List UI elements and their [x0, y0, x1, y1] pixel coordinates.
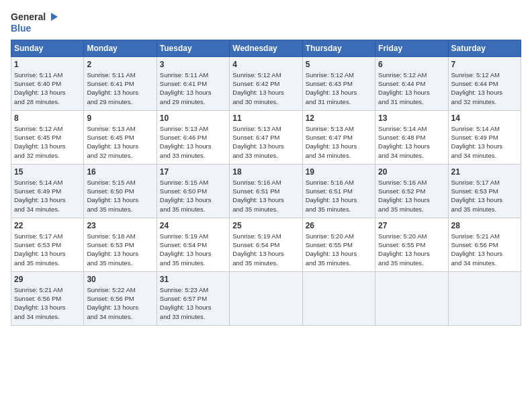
day-info: Sunrise: 5:15 AM Sunset: 6:50 PM Dayligh…	[160, 178, 226, 214]
calendar-week-row: 1Sunrise: 5:11 AM Sunset: 6:40 PM Daylig…	[11, 56, 521, 110]
logo-general: General	[11, 11, 46, 23]
day-number: 23	[87, 221, 153, 230]
calendar-cell: 22Sunrise: 5:17 AM Sunset: 6:53 PM Dayli…	[11, 218, 84, 271]
calendar-cell: 1Sunrise: 5:11 AM Sunset: 6:40 PM Daylig…	[11, 56, 84, 110]
day-number: 7	[451, 60, 518, 69]
calendar-cell: 13Sunrise: 5:14 AM Sunset: 6:48 PM Dayli…	[375, 110, 448, 164]
day-number: 27	[378, 221, 445, 230]
calendar-week-row: 15Sunrise: 5:14 AM Sunset: 6:49 PM Dayli…	[11, 164, 521, 218]
calendar-cell: 6Sunrise: 5:12 AM Sunset: 6:44 PM Daylig…	[375, 56, 448, 110]
day-info: Sunrise: 5:19 AM Sunset: 6:54 PM Dayligh…	[160, 232, 226, 267]
calendar-cell	[302, 271, 375, 325]
calendar-cell: 18Sunrise: 5:16 AM Sunset: 6:51 PM Dayli…	[230, 164, 302, 218]
day-info: Sunrise: 5:12 AM Sunset: 6:44 PM Dayligh…	[378, 71, 445, 106]
calendar-cell	[230, 271, 302, 325]
logo-container: General Blue	[11, 11, 59, 34]
day-info: Sunrise: 5:15 AM Sunset: 6:50 PM Dayligh…	[87, 178, 153, 214]
day-info: Sunrise: 5:21 AM Sunset: 6:56 PM Dayligh…	[451, 232, 518, 267]
day-number: 14	[451, 113, 518, 123]
day-number: 31	[160, 275, 226, 284]
day-info: Sunrise: 5:17 AM Sunset: 6:53 PM Dayligh…	[451, 178, 518, 214]
calendar-cell: 23Sunrise: 5:18 AM Sunset: 6:53 PM Dayli…	[84, 218, 157, 271]
day-info: Sunrise: 5:12 AM Sunset: 6:43 PM Dayligh…	[306, 71, 372, 106]
svg-marker-0	[51, 13, 58, 21]
day-info: Sunrise: 5:16 AM Sunset: 6:52 PM Dayligh…	[378, 178, 445, 214]
day-info: Sunrise: 5:14 AM Sunset: 6:48 PM Dayligh…	[378, 124, 445, 160]
calendar-cell: 4Sunrise: 5:12 AM Sunset: 6:42 PM Daylig…	[230, 56, 302, 110]
day-number: 24	[160, 221, 226, 230]
day-number: 3	[160, 60, 226, 69]
header-cell: Tuesday	[157, 40, 229, 56]
day-number: 16	[87, 167, 153, 177]
day-info: Sunrise: 5:18 AM Sunset: 6:53 PM Dayligh…	[87, 232, 153, 267]
calendar-week-row: 29Sunrise: 5:21 AM Sunset: 6:56 PM Dayli…	[11, 271, 521, 325]
calendar-cell: 19Sunrise: 5:16 AM Sunset: 6:51 PM Dayli…	[302, 164, 375, 218]
day-number: 29	[14, 275, 81, 284]
logo-blue: Blue	[11, 23, 31, 34]
day-number: 5	[306, 60, 372, 69]
day-number: 11	[232, 113, 299, 123]
logo: General Blue	[11, 11, 59, 34]
day-number: 8	[14, 113, 81, 123]
day-number: 19	[306, 167, 372, 177]
calendar-cell: 2Sunrise: 5:11 AM Sunset: 6:41 PM Daylig…	[84, 56, 157, 110]
day-info: Sunrise: 5:13 AM Sunset: 6:47 PM Dayligh…	[306, 124, 372, 160]
day-number: 2	[87, 60, 153, 69]
calendar-cell: 12Sunrise: 5:13 AM Sunset: 6:47 PM Dayli…	[302, 110, 375, 164]
day-number: 28	[451, 221, 518, 230]
day-info: Sunrise: 5:23 AM Sunset: 6:57 PM Dayligh…	[160, 285, 226, 321]
calendar-cell: 3Sunrise: 5:11 AM Sunset: 6:41 PM Daylig…	[157, 56, 229, 110]
day-number: 13	[378, 113, 445, 123]
calendar-cell: 10Sunrise: 5:13 AM Sunset: 6:46 PM Dayli…	[157, 110, 229, 164]
day-info: Sunrise: 5:12 AM Sunset: 6:42 PM Dayligh…	[232, 71, 299, 106]
day-info: Sunrise: 5:11 AM Sunset: 6:41 PM Dayligh…	[87, 71, 153, 106]
calendar-cell: 27Sunrise: 5:20 AM Sunset: 6:55 PM Dayli…	[375, 218, 448, 271]
day-number: 10	[160, 113, 226, 123]
calendar-cell: 24Sunrise: 5:19 AM Sunset: 6:54 PM Dayli…	[157, 218, 229, 271]
calendar-cell: 5Sunrise: 5:12 AM Sunset: 6:43 PM Daylig…	[302, 56, 375, 110]
day-info: Sunrise: 5:14 AM Sunset: 6:49 PM Dayligh…	[451, 124, 518, 160]
day-number: 26	[306, 221, 372, 230]
day-info: Sunrise: 5:13 AM Sunset: 6:45 PM Dayligh…	[87, 124, 153, 160]
calendar-cell: 26Sunrise: 5:20 AM Sunset: 6:55 PM Dayli…	[302, 218, 375, 271]
calendar-cell: 17Sunrise: 5:15 AM Sunset: 6:50 PM Dayli…	[157, 164, 229, 218]
day-info: Sunrise: 5:11 AM Sunset: 6:40 PM Dayligh…	[14, 71, 81, 106]
calendar-cell: 14Sunrise: 5:14 AM Sunset: 6:49 PM Dayli…	[448, 110, 521, 164]
day-info: Sunrise: 5:16 AM Sunset: 6:51 PM Dayligh…	[306, 178, 372, 214]
calendar-week-row: 8Sunrise: 5:12 AM Sunset: 6:45 PM Daylig…	[11, 110, 521, 164]
day-number: 12	[306, 113, 372, 123]
day-info: Sunrise: 5:12 AM Sunset: 6:45 PM Dayligh…	[14, 124, 81, 160]
calendar-cell: 28Sunrise: 5:21 AM Sunset: 6:56 PM Dayli…	[448, 218, 521, 271]
day-number: 18	[232, 167, 299, 177]
calendar-cell: 31Sunrise: 5:23 AM Sunset: 6:57 PM Dayli…	[157, 271, 229, 325]
day-info: Sunrise: 5:17 AM Sunset: 6:53 PM Dayligh…	[14, 232, 81, 267]
calendar-cell: 7Sunrise: 5:12 AM Sunset: 6:44 PM Daylig…	[448, 56, 521, 110]
day-info: Sunrise: 5:20 AM Sunset: 6:55 PM Dayligh…	[306, 232, 372, 267]
calendar-week-row: 22Sunrise: 5:17 AM Sunset: 6:53 PM Dayli…	[11, 218, 521, 271]
logo-arrow-icon	[47, 11, 59, 23]
calendar-cell: 8Sunrise: 5:12 AM Sunset: 6:45 PM Daylig…	[11, 110, 84, 164]
calendar-cell: 11Sunrise: 5:13 AM Sunset: 6:47 PM Dayli…	[230, 110, 302, 164]
day-info: Sunrise: 5:20 AM Sunset: 6:55 PM Dayligh…	[378, 232, 445, 267]
day-info: Sunrise: 5:14 AM Sunset: 6:49 PM Dayligh…	[14, 178, 81, 214]
header-cell: Thursday	[302, 40, 375, 56]
page-header: General Blue	[11, 11, 521, 34]
calendar-table: SundayMondayTuesdayWednesdayThursdayFrid…	[11, 40, 521, 326]
day-number: 17	[160, 167, 226, 177]
calendar-cell: 15Sunrise: 5:14 AM Sunset: 6:49 PM Dayli…	[11, 164, 84, 218]
day-info: Sunrise: 5:21 AM Sunset: 6:56 PM Dayligh…	[14, 285, 81, 321]
day-info: Sunrise: 5:12 AM Sunset: 6:44 PM Dayligh…	[451, 71, 518, 106]
calendar-cell: 16Sunrise: 5:15 AM Sunset: 6:50 PM Dayli…	[84, 164, 157, 218]
header-cell: Saturday	[448, 40, 521, 56]
day-number: 9	[87, 113, 153, 123]
calendar-cell: 20Sunrise: 5:16 AM Sunset: 6:52 PM Dayli…	[375, 164, 448, 218]
day-number: 1	[14, 60, 81, 69]
calendar-cell: 9Sunrise: 5:13 AM Sunset: 6:45 PM Daylig…	[84, 110, 157, 164]
day-info: Sunrise: 5:16 AM Sunset: 6:51 PM Dayligh…	[232, 178, 299, 214]
calendar-cell	[375, 271, 448, 325]
day-info: Sunrise: 5:19 AM Sunset: 6:54 PM Dayligh…	[232, 232, 299, 267]
calendar-cell: 30Sunrise: 5:22 AM Sunset: 6:56 PM Dayli…	[84, 271, 157, 325]
day-number: 21	[451, 167, 518, 177]
day-number: 22	[14, 221, 81, 230]
day-number: 30	[87, 275, 153, 284]
